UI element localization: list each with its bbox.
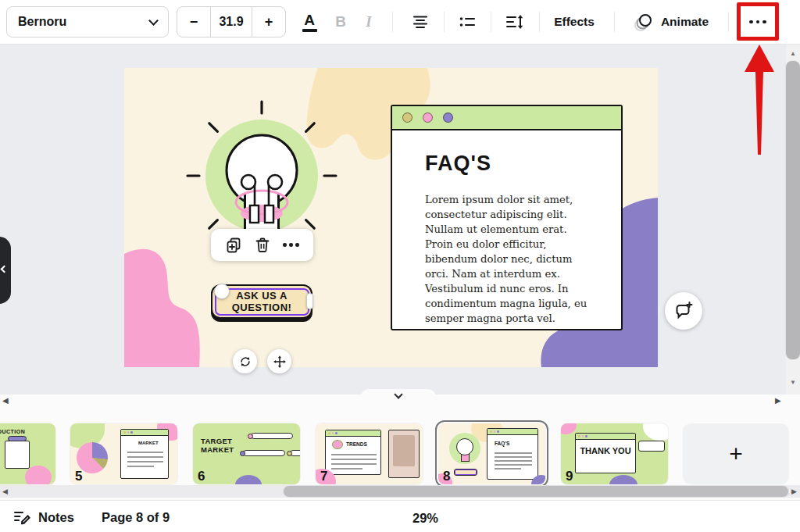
top-toolbar: Bernoru − 31.9 + A B I (0, 0, 800, 45)
text-color-button[interactable]: A (295, 8, 323, 36)
horizontal-scrollbar-thumb[interactable] (284, 486, 788, 497)
thumbnail-artwork: THANK YOU (561, 423, 668, 484)
trash-icon (253, 236, 272, 255)
move-icon (273, 355, 287, 369)
text-align-button[interactable] (405, 8, 436, 36)
animate-label: Animate (661, 15, 709, 29)
chevron-left-icon (1, 266, 9, 273)
page-thumbnail-5[interactable]: MARKET5 (70, 423, 177, 484)
page-thumbnail-6[interactable]: TARGET MARKET6 (193, 423, 300, 484)
more-dot (762, 20, 766, 24)
vertical-scrollbar-thumb[interactable] (786, 61, 800, 359)
scroll-down-arrow[interactable]: ▼ (786, 379, 800, 386)
toolbar-divider (392, 12, 393, 32)
scroll-up-arrow[interactable]: ▲ (786, 50, 800, 57)
slide-page[interactable]: FAQ'S Lorem ipsum dolor sit amet, consec… (124, 68, 658, 367)
page-number: 6 (198, 469, 205, 484)
notes-icon (12, 508, 31, 527)
page-number: 5 (75, 469, 82, 484)
toolbar-divider (614, 12, 615, 32)
bold-button[interactable]: B (328, 8, 353, 36)
collapse-filmstrip-button[interactable] (361, 389, 436, 406)
more-dot (749, 20, 753, 24)
faq-title[interactable]: FAQ'S (425, 152, 621, 176)
bullet-list-icon (458, 12, 477, 31)
effects-button[interactable]: Effects (547, 8, 602, 36)
element-context-toolbar (211, 229, 313, 261)
scroll-left-arrow[interactable]: ◀ (2, 487, 8, 495)
notes-label: Notes (38, 510, 74, 525)
thumbnail-title: TRENDS (346, 441, 380, 447)
thumbnail-artwork: FAQ'S (438, 423, 545, 484)
selection-corner-handle[interactable] (214, 284, 230, 299)
page-number: 9 (566, 469, 573, 484)
duplicate-button[interactable] (222, 234, 245, 257)
font-size-value[interactable]: 31.9 (210, 7, 252, 37)
delete-button[interactable] (251, 234, 274, 257)
page-thumbnail-8[interactable]: FAQ'S8 (438, 423, 545, 484)
page-filmstrip: ◀ ▶ INTRODUCTION4MARKET5TARGET MARKET6TR… (0, 395, 800, 500)
bullet-list-button[interactable] (452, 8, 483, 36)
toolbar-divider (444, 12, 445, 32)
font-size-decrease-button[interactable]: − (177, 7, 210, 37)
ellipsis-icon (283, 243, 299, 247)
thumbnail-title: FAQ'S (495, 441, 538, 446)
page-number: 7 (320, 469, 327, 484)
vertical-scrollbar[interactable]: ▲ ▼ (786, 45, 800, 395)
animate-icon (634, 12, 654, 32)
more-dot (756, 20, 760, 24)
rotate-handle[interactable] (233, 349, 257, 373)
collapse-panel-tab[interactable] (0, 237, 11, 304)
pink-blob (124, 249, 200, 367)
duplicate-icon (224, 236, 243, 255)
font-name-label: Bernoru (18, 15, 66, 29)
thumbnail-artwork: TARGET MARKET (193, 423, 300, 484)
scroll-right-arrow[interactable]: ▶ (791, 487, 797, 495)
text-color-letter: A (304, 12, 315, 27)
filmstrip-scroll-left[interactable]: ◀ (2, 396, 9, 405)
comment-plus-icon (673, 301, 694, 321)
toolbar-divider (539, 12, 540, 32)
page-indicator: Page 8 of 9 (102, 507, 170, 527)
add-page-button[interactable]: + (683, 423, 789, 484)
chevron-down-icon (148, 16, 159, 26)
window-dot-pink (423, 112, 433, 123)
page-thumbnail-4[interactable]: INTRODUCTION4 (0, 423, 55, 484)
notes-button[interactable]: Notes (12, 507, 74, 527)
toolbar-divider (491, 12, 491, 32)
line-spacing-button[interactable] (498, 8, 531, 36)
horizontal-scrollbar[interactable]: ◀ ▶ (0, 485, 800, 498)
thumbnail-title: MARKET (138, 441, 168, 445)
faq-window[interactable]: FAQ'S Lorem ipsum dolor sit amet, consec… (391, 105, 623, 330)
faq-body-text[interactable]: Lorem ipsum dolor sit amet, consectetur … (425, 192, 591, 326)
add-comment-button[interactable] (665, 292, 702, 330)
toolbar-divider (728, 12, 729, 32)
font-size-increase-button[interactable]: + (252, 7, 285, 37)
move-handle[interactable] (267, 349, 291, 373)
window-dot-purple (443, 112, 453, 123)
page-number: 8 (443, 469, 450, 484)
thumbnail-title: INTRODUCTION (0, 429, 55, 434)
italic-button[interactable]: I (356, 8, 381, 36)
page-thumbnail-7[interactable]: TRENDS7 (316, 423, 423, 484)
element-more-button[interactable] (280, 234, 303, 257)
filmstrip-scroll-right[interactable]: ▶ (775, 396, 781, 405)
chevron-down-icon (394, 390, 402, 398)
status-bar: Notes Page 8 of 9 29% 9 ? (0, 500, 800, 532)
animate-button[interactable]: Animate (625, 8, 717, 36)
page-thumbnail-9[interactable]: THANK YOU9 (561, 423, 668, 484)
font-family-dropdown[interactable]: Bernoru (6, 6, 169, 37)
thumbnail-artwork: MARKET (70, 423, 177, 484)
thumbnail-title: THANK YOU (576, 446, 635, 455)
font-size-control: − 31.9 + (177, 6, 286, 37)
align-center-icon (411, 12, 430, 31)
selected-page-ring[interactable]: FAQ'S8 (435, 420, 548, 487)
selection-side-handle[interactable] (306, 293, 313, 309)
more-options-button[interactable] (741, 8, 775, 36)
line-spacing-icon (505, 12, 525, 31)
text-color-swatch (302, 29, 317, 32)
zoom-percentage[interactable]: 29% (412, 508, 438, 528)
design-canvas-area[interactable]: FAQ'S Lorem ipsum dolor sit amet, consec… (0, 45, 800, 395)
rotate-icon (238, 355, 252, 369)
faq-window-header (392, 106, 621, 130)
